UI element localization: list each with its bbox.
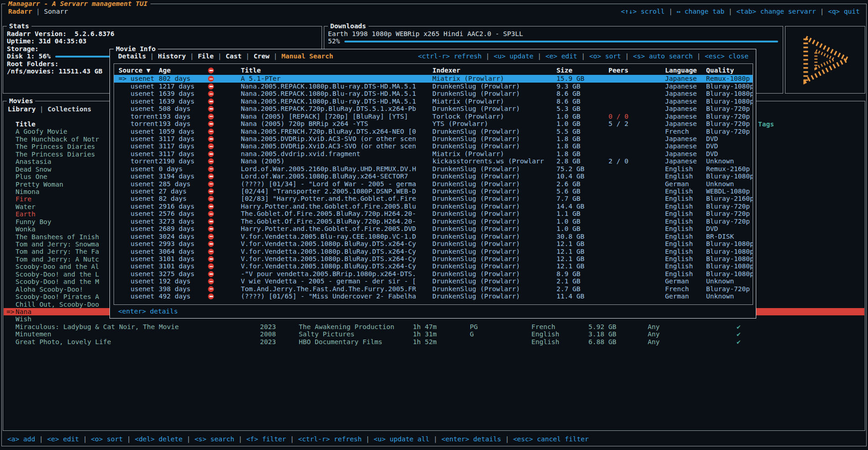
search-header: Source ▼AgeTitleIndexerSizePeersLanguage… [114,67,753,74]
release-language: English [665,225,706,232]
release-indexer: DrunkenSlug (Prowlarr) [432,128,556,135]
release-title: (????) [01/65] - "Miss Undercover 2- Fab… [241,293,432,300]
release-row[interactable]: usenet3024 daysV.for.Vendetta.2005.Blu-r… [114,233,753,240]
release-row[interactable]: usenet1217 daysNana.2005.REPACK.1080p.Bl… [114,83,753,90]
release-quality: Bluray-1080p [706,255,753,262]
tab-sonarr[interactable]: Sonarr [44,8,68,15]
release-row[interactable]: usenet2916 daysHarry.Potter.and.the.Gobl… [114,203,753,210]
selection-indicator [4,271,16,278]
release-row[interactable]: usenet1639 daysNana.2005.REPACK.1080p.Bl… [114,98,753,105]
release-age: 2576 days [159,210,208,217]
release-row[interactable]: usenet2576 daysThe.Goblet.Of.Fire.2005.B… [114,210,753,217]
release-peers [608,293,665,300]
release-peers [608,203,665,210]
tab-library[interactable]: Library [8,105,36,113]
release-age: 193 days [159,120,208,127]
keybind-separator: | [286,435,298,443]
release-size: 12.1 GB [556,248,608,255]
rejected-icon [208,278,214,284]
release-title: A 5.1-PTer [241,75,432,82]
release-quality: Bluray-720p [706,210,753,217]
release-row[interactable]: usenet2993 daysV.for.Vendetta.2005.1080p… [114,240,753,247]
tab-file[interactable]: File [198,52,214,60]
release-language: German [665,293,706,300]
tab-manual-search[interactable]: Manual Search [281,52,333,60]
release-quality: DVD [706,150,753,157]
release-indexer: Torlock (Prowlarr) [432,113,556,120]
tab-crew[interactable]: Crew [254,52,270,60]
keybind-hint: <ctrl-r> refresh [418,52,482,60]
release-row[interactable]: usenet3101 daysV.for.Vendetta.2005.1080p… [114,255,753,262]
tab-collections[interactable]: Collections [47,105,91,113]
release-peers: 2 / 0 [608,157,665,165]
movie-language: English [531,338,588,345]
release-size: 1.0 GB [556,120,608,127]
release-row[interactable]: usenet27 days[02/44] "Transporter 2.2005… [114,188,753,195]
release-row[interactable]: usenet492 days(????) [01/65] - "Miss Und… [114,293,753,300]
disk-usage-label: Disk 1: 56% [7,52,51,60]
release-row[interactable]: usenet192 daysV wie Vendetta - 2005 - ge… [114,277,753,285]
tab-cast[interactable]: Cast [226,52,242,60]
movie-year: 2023 [260,338,299,345]
keybind-separator: | [430,435,442,443]
release-row[interactable]: usenet82 days[02/83] "Harry.Potter.and.t… [114,195,753,202]
release-row[interactable]: usenet398 daysTom.And.Jerry.The.Fast.And… [114,285,753,293]
release-language: English [665,262,706,270]
release-indexer: DrunkenSlug (Prowlarr) [432,270,556,277]
movie-title: Minutemen [16,330,260,338]
selection-indicator [4,293,16,300]
rejected-icon [208,173,241,180]
movie-row[interactable]: Great Photo, Lovely Life2023HBO Document… [4,338,864,345]
release-row[interactable]: usenet3273 daysThe.Goblet.Of.Fire.2005.B… [114,218,753,225]
rejected-icon [208,113,241,120]
selection-indicator [4,203,16,210]
release-quality: DVD [706,142,753,150]
release-source: usenet [119,90,159,97]
servarr-tabs: Radarr | Sonarr [8,8,68,15]
release-language: English [665,270,706,277]
download-item: Earth 1998 1080p WEBRip x265 Hindi AAC2.… [328,30,778,37]
selection-indicator [4,233,16,241]
rejected-icon [208,211,214,217]
release-row[interactable]: usenet1059 daysNana.2005.FRENCH.720p.Blu… [114,128,753,135]
release-row[interactable]: usenet3101 daysV.for.Vendetta.2005.1080p… [114,262,753,270]
release-row[interactable]: usenet508 daysNana.2005.REPACK.720p.BluR… [114,105,753,112]
movie-profile: Any [648,323,737,330]
release-title: Nana.2005.REPACK.1080p.Blu-ray.DTS-HD.MA… [241,83,432,90]
tab-history[interactable]: History [158,52,186,60]
selection-indicator [4,241,16,248]
release-row[interactable]: usenet2689 daysHarry.Potter.and.the.Gobl… [114,225,753,232]
tab-details[interactable]: Details [118,52,146,60]
release-row[interactable]: usenet1639 daysNana.2005.REPACK.1080p.Bl… [114,90,753,97]
release-row[interactable]: usenet3275 days-"V pour vendetta.2005.BR… [114,270,753,277]
release-peers [608,105,665,112]
rejected-icon [208,248,241,255]
movie-row[interactable]: Miraculous: Ladybug & Cat Noir, The Movi… [4,323,864,330]
bottom-keybinds: <a> add | <e> edit | <o> sort | <del> de… [7,435,589,443]
release-peers [608,180,665,188]
movie-language: English [531,330,588,338]
release-age: 1059 days [159,128,208,135]
release-row[interactable]: torrent2190 daysNana (2005)kickasstorren… [114,157,753,165]
tab-radarr[interactable]: Radarr [8,8,32,15]
release-row[interactable]: => usenet802 daysA 5.1-PTerMiatrix (Prow… [114,75,753,82]
release-indexer: DrunkenSlug (Prowlarr) [432,173,556,180]
release-quality: BR-DISK [706,233,753,240]
release-row[interactable]: usenet3117 daysNana.2005.DVDRip.XviD.AC3… [114,142,753,150]
release-row[interactable]: usenet3117 daysNana.2005.DVDRip.XviD.AC3… [114,135,753,142]
release-row[interactable]: usenet0 daysLord.of.War.2005.2160p.BluRa… [114,165,753,173]
release-age: 193 days [159,113,208,120]
movie-row[interactable]: Minutemen2008Salty Pictures1h 31mGEnglis… [4,330,864,338]
release-row[interactable]: usenet3117 daysnana.2005.dvdrip.xvid.fra… [114,150,753,157]
release-size: 9.3 GB [556,83,608,90]
keybind-separator: | [577,52,589,60]
selection-indicator [4,166,16,173]
release-row[interactable]: usenet3064 daysV.for.Vendetta.2005.1080p… [114,248,753,255]
release-row[interactable]: torrent193 daysNana (2005) [REPACK] [720… [114,113,753,120]
release-row[interactable]: usenet3194 daysLord.of.War.2005.1080p.Bl… [114,173,753,180]
movie-studio: Salty Pictures [299,330,413,338]
release-peers [608,98,665,105]
release-title: (????) [01/34] - "Lord of War - 2005 - g… [241,180,432,188]
release-row[interactable]: usenet285 days(????) [01/34] - "Lord of … [114,180,753,188]
release-row[interactable]: torrent193 daysNana (2005) 720p BRRip x2… [114,120,753,127]
